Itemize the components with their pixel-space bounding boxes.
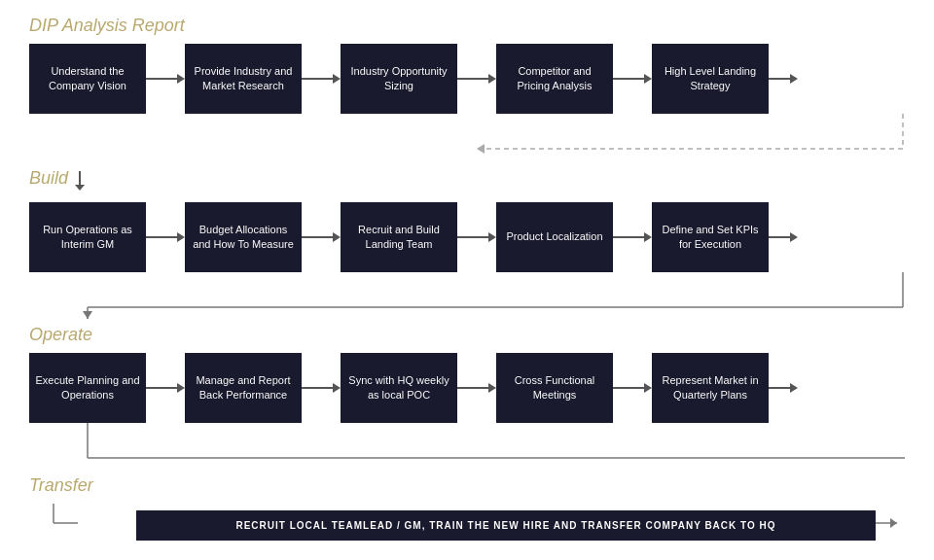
svg-marker-12 [890,518,897,528]
build-end-arrow [769,231,798,243]
box-understand: Understand the Company Vision [29,44,146,114]
box-product: Product Localization [496,202,613,272]
build-row: Run Operations as Interim GM Budget Allo… [29,202,905,272]
transfer-row: RECRUIT LOCAL TEAMLEAD / GM, TRAIN THE N… [29,504,905,542]
arrow-b4 [613,231,652,243]
box-budget: Budget Allocations and How To Measure [185,202,302,272]
arrow-o4 [613,382,652,394]
box-provide: Provide Industry and Market Research [185,44,302,114]
build-label-row: Build [29,162,905,196]
arrow-b2 [302,231,341,243]
box-recruit: Recruit and Build Landing Team [341,202,457,272]
box-manage: Manage and Report Back Performance [185,353,302,423]
dip-end-arrow [769,73,798,85]
transfer-left-spacer [29,504,78,542]
transfer-right-arrow [876,504,905,542]
operate-end-arrow [769,382,798,394]
arrow-4 [613,73,652,85]
box-define: Define and Set KPIs for Execution [652,202,769,272]
arrow-2 [302,73,341,85]
arrow-o2 [302,382,341,394]
operate-section-label: Operate [29,325,905,345]
arrow-b1 [146,231,185,243]
arrow-3 [457,73,496,85]
box-industry: Industry Opportunity Sizing [341,44,457,114]
diagram-container: DIP Analysis Report Understand the Compa… [0,0,934,560]
dip-to-build-connector [29,114,905,160]
svg-marker-6 [83,311,92,319]
arrow-o3 [457,382,496,394]
build-section-label: Build [29,168,68,189]
svg-marker-2 [477,144,485,154]
box-highlevel: High Level Landing Strategy [652,44,769,114]
box-cross: Cross Functional Meetings [496,353,613,423]
dip-row: Understand the Company Vision Provide In… [29,44,905,114]
arrow-1 [146,73,185,85]
box-competitor: Competitor and Pricing Analysis [496,44,613,114]
box-represent: Represent Market in Quarterly Plans [652,353,769,423]
transfer-bar: RECRUIT LOCAL TEAMLEAD / GM, TRAIN THE N… [136,510,876,541]
operate-row: Execute Planning and Operations Manage a… [29,353,905,423]
build-down-arrow [74,171,86,191]
dip-section-label: DIP Analysis Report [29,16,905,36]
operate-to-transfer-connector [29,423,905,470]
arrow-b3 [457,231,496,243]
build-to-operate-connector [29,272,905,319]
box-execute: Execute Planning and Operations [29,353,146,423]
arrow-o1 [146,382,185,394]
box-sync: Sync with HQ weekly as local POC [341,353,457,423]
box-run: Run Operations as Interim GM [29,202,146,272]
transfer-section-label: Transfer [29,475,905,496]
